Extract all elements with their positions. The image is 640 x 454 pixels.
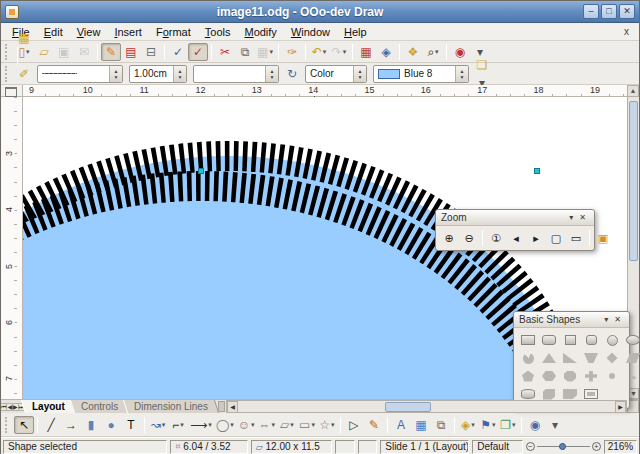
- dropdown-arrow-icon[interactable]: ▾: [471, 421, 475, 429]
- page-width-button[interactable]: ▭: [566, 229, 586, 247]
- shape-circle-pie-button[interactable]: [518, 350, 538, 366]
- zoom-out-button[interactable]: ⊖: [459, 229, 479, 247]
- shape-rectangle-button[interactable]: [518, 332, 538, 348]
- ruler-origin-icon[interactable]: [1, 85, 23, 97]
- vertical-ruler[interactable]: 34567: [1, 97, 23, 399]
- chevron-down-icon[interactable]: ▾: [601, 315, 611, 324]
- scroll-up-icon[interactable]: ▲: [627, 85, 639, 97]
- from-file-button[interactable]: ▦: [411, 416, 431, 434]
- document-as-email-button[interactable]: ✉: [74, 43, 94, 61]
- toolbar-grip[interactable]: [5, 44, 10, 60]
- menu-view[interactable]: View: [70, 25, 108, 39]
- auto-spellcheck-button[interactable]: ✓: [188, 43, 208, 61]
- fontwork-gallery-button[interactable]: A: [391, 416, 411, 434]
- dropdown-arrow-icon[interactable]: ▾: [290, 421, 294, 429]
- line-ends-arrow-button[interactable]: →: [61, 416, 81, 434]
- zoom-previous-button[interactable]: ◂: [506, 229, 526, 247]
- paste-button[interactable]: ▦▾: [255, 43, 275, 61]
- menu-format[interactable]: Format: [149, 25, 198, 39]
- styles-window-button[interactable]: ▦: [14, 29, 34, 47]
- horizontal-scrollbar[interactable]: ◀ ▶: [226, 400, 627, 413]
- symbol-shapes-button[interactable]: ☺▾: [236, 416, 257, 434]
- format-paintbrush-button[interactable]: ✑: [282, 43, 302, 61]
- menu-window[interactable]: Window: [284, 25, 337, 39]
- ellipse-button[interactable]: ●: [101, 416, 121, 434]
- basic-shapes-button[interactable]: ◯▾: [214, 416, 236, 434]
- block-arrows-button[interactable]: ⇔▾: [256, 416, 277, 434]
- interaction-button[interactable]: ◉: [525, 416, 545, 434]
- save-button[interactable]: ▣: [54, 43, 74, 61]
- shape-rounded-rectangle-button[interactable]: [539, 332, 559, 348]
- zoom-percentage[interactable]: 216%: [604, 440, 637, 454]
- shadow-button[interactable]: ❏: [472, 56, 492, 74]
- connector-button[interactable]: ⌐▾: [168, 416, 188, 434]
- chevron-down-icon[interactable]: ▾: [566, 213, 576, 222]
- spinner-icon[interactable]: ▲▼: [173, 66, 186, 82]
- rotate-mode-button[interactable]: ↻: [282, 65, 302, 83]
- zoom-100-button[interactable]: ①: [486, 229, 506, 247]
- shape-ellipse-button[interactable]: [623, 332, 640, 348]
- object-zoom-button[interactable]: ▣: [593, 229, 613, 247]
- menu-edit[interactable]: Edit: [37, 25, 70, 39]
- spinner-icon[interactable]: ▲▼: [109, 66, 122, 82]
- shape-parallelogram-button[interactable]: [623, 350, 640, 366]
- line-width-input[interactable]: 1.00cm ▲▼: [129, 65, 187, 83]
- dropdown-arrow-icon[interactable]: ▾: [208, 421, 212, 429]
- spinner-icon[interactable]: ▲▼: [353, 66, 366, 82]
- export-pdf-button[interactable]: ▤: [121, 43, 141, 61]
- shape-regular-pentagon-button[interactable]: [518, 368, 538, 384]
- spinner-icon[interactable]: ▲▼: [265, 66, 278, 82]
- gallery-button[interactable]: ⧉: [431, 416, 451, 434]
- fill-color-select[interactable]: Blue 8 ▲▼: [373, 65, 469, 83]
- shape-ring-button[interactable]: [602, 368, 622, 384]
- rotate-button[interactable]: ◈▾: [458, 416, 478, 434]
- dropdown-arrow-icon[interactable]: ▾: [323, 48, 327, 56]
- dropdown-arrow-icon[interactable]: ▾: [251, 421, 255, 429]
- shape-rounded-square-button[interactable]: [581, 332, 601, 348]
- gallery-button[interactable]: ❖: [403, 43, 423, 61]
- shape-trapezoid-button[interactable]: [581, 350, 601, 366]
- dropdown-arrow-icon[interactable]: ▾: [269, 48, 273, 56]
- dropdown-arrow-icon[interactable]: ▾: [162, 421, 166, 429]
- menu-tools[interactable]: Tools: [198, 25, 238, 39]
- help-button[interactable]: ◉: [450, 43, 470, 61]
- shape-hexagon-button[interactable]: [539, 368, 559, 384]
- zoom-in-icon[interactable]: +: [592, 442, 601, 451]
- selection-handle[interactable]: [198, 168, 204, 174]
- selection-handle[interactable]: [534, 168, 540, 174]
- shape-cross-button[interactable]: [581, 368, 601, 384]
- vertical-scroll-thumb[interactable]: [629, 101, 638, 261]
- entire-page-button[interactable]: ▢: [546, 229, 566, 247]
- undo-button[interactable]: ↶▾: [309, 43, 329, 61]
- dropdown-arrow-icon[interactable]: ▾: [492, 421, 496, 429]
- dropdown-arrow-icon[interactable]: ▾: [230, 421, 234, 429]
- menu-insert[interactable]: Insert: [107, 25, 149, 39]
- line-button[interactable]: ╱: [41, 416, 61, 434]
- title-bar[interactable]: image11.odg - OOo-dev Draw – □ ✕: [1, 1, 639, 23]
- arrange-button[interactable]: ❐▾: [498, 416, 518, 434]
- zoom-out-icon[interactable]: −: [526, 442, 535, 451]
- shape-diamond-button[interactable]: [602, 350, 622, 366]
- zoom-in-button[interactable]: ⊕: [439, 229, 459, 247]
- zoom-button[interactable]: ⌕▾: [423, 43, 443, 61]
- pane-splitter[interactable]: [218, 401, 225, 412]
- menu-modify[interactable]: Modify: [237, 25, 283, 39]
- rectangle-button[interactable]: ▮: [81, 416, 101, 434]
- zoom-slider-track[interactable]: [537, 442, 590, 451]
- insert-chart-button[interactable]: ▦: [356, 43, 376, 61]
- dropdown-arrow-icon[interactable]: ▾: [271, 421, 275, 429]
- edit-points-button[interactable]: ▷: [344, 416, 364, 434]
- shape-block-arc-button[interactable]: [623, 368, 640, 384]
- dropdown-arrow-icon[interactable]: ▾: [343, 48, 347, 56]
- maximize-button[interactable]: □: [601, 4, 617, 19]
- callouts-button[interactable]: ▭▾: [297, 416, 317, 434]
- dropdown-arrow-icon[interactable]: ▾: [435, 48, 439, 56]
- alignment-button[interactable]: ⚑▾: [478, 416, 498, 434]
- next-page-button[interactable]: ▶: [13, 403, 19, 411]
- line-color-select[interactable]: ▲▼: [193, 65, 279, 83]
- zoom-slider[interactable]: − +: [526, 442, 601, 451]
- tab-dimension-lines[interactable]: Dimension Lines: [123, 400, 219, 413]
- minimize-button[interactable]: –: [583, 4, 599, 19]
- line-dialog-button[interactable]: ✐: [14, 65, 34, 83]
- scroll-left-icon[interactable]: ◀: [227, 401, 238, 413]
